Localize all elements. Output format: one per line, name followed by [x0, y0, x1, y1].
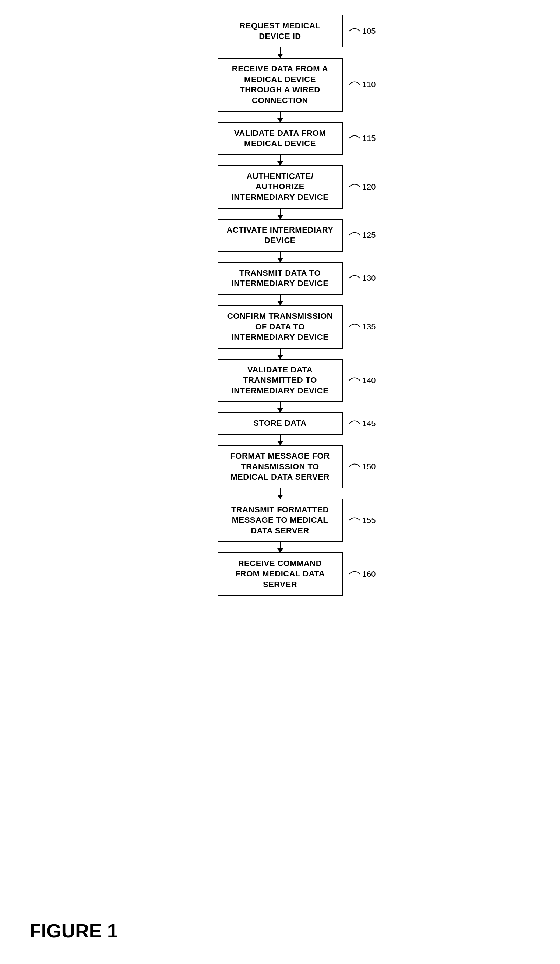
step-label-105: 105 [349, 26, 376, 37]
step-box-155: TRANSMIT FORMATTED MESSAGE TO MEDICAL DA… [218, 499, 343, 542]
step-label-140: 140 [349, 375, 376, 386]
step-box-125: ACTIVATE INTERMEDIARY DEVICE [218, 219, 343, 252]
step-row: CONFIRM TRANSMISSION OF DATA TO INTERMED… [218, 305, 343, 348]
arrow-connector [218, 348, 343, 359]
step-row: VALIDATE DATA FROM MEDICAL DEVICE115 [218, 122, 343, 155]
step-label-120: 120 [349, 181, 376, 192]
step-box-110: RECEIVE DATA FROM A MEDICAL DEVICE THROU… [218, 58, 343, 112]
step-box-160: RECEIVE COMMAND FROM MEDICAL DATA SERVER [218, 552, 343, 596]
arrow-connector [218, 47, 343, 58]
flowchart: REQUEST MEDICAL DEVICE ID105RECEIVE DATA… [218, 15, 343, 596]
step-label-135: 135 [349, 321, 376, 332]
step-row: RECEIVE DATA FROM A MEDICAL DEVICE THROU… [218, 58, 343, 112]
step-label-115: 115 [349, 133, 376, 144]
step-box-135: CONFIRM TRANSMISSION OF DATA TO INTERMED… [218, 305, 343, 348]
step-box-140: VALIDATE DATA TRANSMITTED TO INTERMEDIAR… [218, 359, 343, 402]
figure-title: FIGURE 1 [29, 920, 118, 942]
arrow-connector [218, 252, 343, 262]
step-box-145: STORE DATA [218, 412, 343, 435]
arrow-connector [218, 542, 343, 552]
arrow-connector [218, 489, 343, 499]
step-box-105: REQUEST MEDICAL DEVICE ID [218, 15, 343, 47]
arrow-connector [218, 155, 343, 165]
step-row: TRANSMIT FORMATTED MESSAGE TO MEDICAL DA… [218, 499, 343, 542]
arrow-connector [218, 112, 343, 122]
step-row: RECEIVE COMMAND FROM MEDICAL DATA SERVER… [218, 552, 343, 596]
step-label-150: 150 [349, 461, 376, 472]
step-label-160: 160 [349, 569, 376, 580]
step-row: TRANSMIT DATA TO INTERMEDIARY DEVICE130 [218, 262, 343, 295]
step-label-155: 155 [349, 515, 376, 526]
step-row: VALIDATE DATA TRANSMITTED TO INTERMEDIAR… [218, 359, 343, 402]
step-row: STORE DATA145 [218, 412, 343, 435]
arrow-connector [218, 402, 343, 412]
step-label-110: 110 [349, 79, 376, 90]
step-label-130: 130 [349, 273, 376, 284]
step-row: FORMAT MESSAGE FOR TRANSMISSION TO MEDIC… [218, 445, 343, 489]
step-label-145: 145 [349, 418, 376, 429]
step-box-120: AUTHENTICATE/ AUTHORIZE INTERMEDIARY DEV… [218, 165, 343, 209]
step-row: ACTIVATE INTERMEDIARY DEVICE125 [218, 219, 343, 252]
step-box-150: FORMAT MESSAGE FOR TRANSMISSION TO MEDIC… [218, 445, 343, 489]
arrow-connector [218, 435, 343, 445]
step-label-125: 125 [349, 230, 376, 241]
arrow-connector [218, 295, 343, 305]
step-row: AUTHENTICATE/ AUTHORIZE INTERMEDIARY DEV… [218, 165, 343, 209]
step-row: REQUEST MEDICAL DEVICE ID105 [218, 15, 343, 47]
step-box-130: TRANSMIT DATA TO INTERMEDIARY DEVICE [218, 262, 343, 295]
step-box-115: VALIDATE DATA FROM MEDICAL DEVICE [218, 122, 343, 155]
arrow-connector [218, 209, 343, 219]
